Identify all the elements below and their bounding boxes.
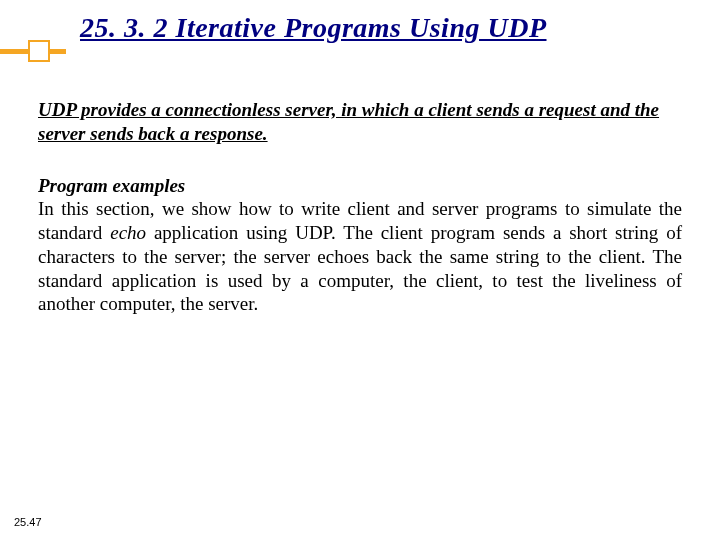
body-paragraph: In this section, we show how to write cl… bbox=[38, 197, 682, 316]
content-area: UDP provides a connectionless server, in… bbox=[38, 98, 682, 316]
title-area: 25. 3. 2 Iterative Programs Using UDP bbox=[0, 0, 720, 70]
intro-paragraph: UDP provides a connectionless server, in… bbox=[38, 98, 682, 146]
bullet-box-icon bbox=[28, 40, 50, 62]
slide-number: 25.47 bbox=[14, 516, 42, 528]
subheading: Program examples bbox=[38, 174, 682, 198]
slide-title: 25. 3. 2 Iterative Programs Using UDP bbox=[80, 12, 547, 44]
echo-term: echo bbox=[110, 222, 146, 243]
